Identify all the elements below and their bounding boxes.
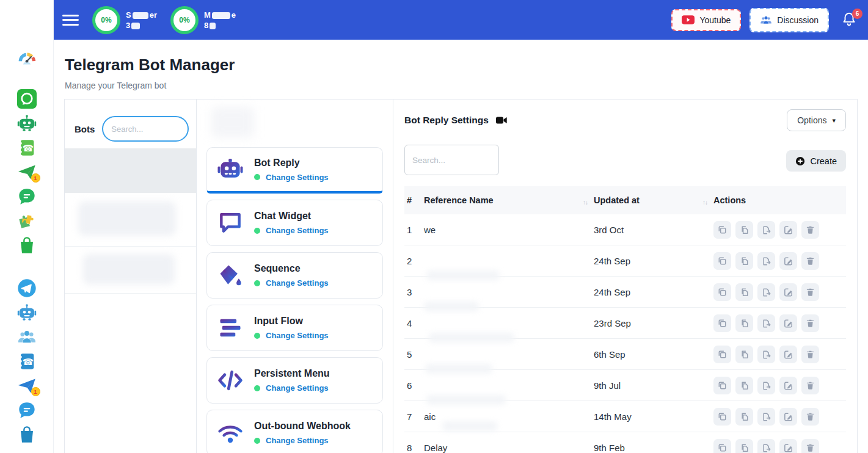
copy-button[interactable]: [713, 221, 731, 239]
edit-button[interactable]: [779, 283, 797, 301]
edit-button[interactable]: [779, 377, 797, 394]
redacted-blob: [425, 364, 492, 374]
green-shop-bag-icon[interactable]: [16, 236, 37, 255]
reference-name-cell: we: [424, 225, 594, 235]
green-bot-icon[interactable]: [16, 114, 37, 133]
export-button[interactable]: [757, 252, 775, 270]
copy-button[interactable]: [713, 283, 731, 301]
menu-card-outbound-webhook[interactable]: Out-bound Webhook Change Settings: [206, 410, 383, 453]
youtube-label: Youtube: [699, 15, 731, 25]
sort-icon[interactable]: ↑↓: [583, 199, 588, 206]
edit-button[interactable]: [779, 439, 797, 453]
menu-card-sequence[interactable]: Sequence Change Settings: [206, 252, 383, 299]
telegram-icon[interactable]: [16, 278, 37, 298]
notifications-bell-icon[interactable]: 6: [841, 11, 857, 29]
export-button[interactable]: [757, 314, 775, 332]
discussion-button[interactable]: Discussion: [749, 8, 829, 32]
menu-card-input-flow[interactable]: Input Flow Change Settings: [206, 305, 383, 351]
table-search-input[interactable]: [404, 145, 499, 175]
updated-at-cell: 24th Sep: [594, 287, 713, 297]
video-tutorial-icon[interactable]: [495, 114, 508, 126]
export-button[interactable]: [757, 439, 775, 453]
delete-button[interactable]: [801, 314, 819, 332]
discussion-label: Discussion: [777, 15, 819, 25]
green-broadcast-plane-icon[interactable]: 1: [16, 162, 37, 182]
delete-button[interactable]: [801, 346, 819, 363]
duplicate-button[interactable]: [735, 221, 753, 239]
delete-button[interactable]: [801, 283, 819, 301]
export-button[interactable]: [757, 377, 775, 394]
delete-button[interactable]: [801, 221, 819, 239]
bot-list-item[interactable]: [65, 193, 196, 247]
export-button[interactable]: [757, 221, 775, 239]
edit-button[interactable]: [779, 252, 797, 270]
change-settings-link[interactable]: Change Settings: [266, 173, 329, 182]
message-stat-value: 8: [204, 20, 236, 31]
bot-list-item-selected[interactable]: [65, 148, 196, 193]
edit-button[interactable]: [779, 314, 797, 332]
blue-broadcast-plane-icon[interactable]: 1: [16, 376, 37, 396]
duplicate-button[interactable]: [735, 346, 753, 363]
export-button[interactable]: [757, 408, 775, 426]
bots-search-input[interactable]: [102, 116, 189, 142]
blue-shop-bag-icon[interactable]: [16, 425, 37, 444]
edit-button[interactable]: [779, 346, 797, 363]
table-row: 8 Delay 9th Feb: [404, 432, 846, 453]
sort-icon[interactable]: ↑↓: [702, 199, 707, 206]
delete-button[interactable]: [801, 439, 819, 453]
edit-button[interactable]: [779, 221, 797, 239]
copy-button[interactable]: [713, 346, 731, 363]
delete-button[interactable]: [801, 377, 819, 394]
blue-contact-book-icon[interactable]: [16, 352, 37, 371]
hamburger-menu-icon[interactable]: [62, 12, 79, 28]
menu-card-persistent-menu[interactable]: Persistent Menu Change Settings: [206, 357, 383, 404]
copy-button[interactable]: [713, 408, 731, 426]
options-button[interactable]: Options ▾: [787, 109, 846, 131]
duplicate-button[interactable]: [735, 439, 753, 453]
duplicate-button[interactable]: [735, 314, 753, 332]
menu-card-bot-reply[interactable]: Bot Reply Change Settings: [206, 147, 383, 194]
status-dot: [254, 333, 260, 339]
dashboard-gauge-icon[interactable]: [16, 48, 37, 67]
copy-button[interactable]: [713, 314, 731, 332]
change-settings-link[interactable]: Change Settings: [266, 436, 329, 445]
export-button[interactable]: [757, 283, 775, 301]
menu-card-chat-widget[interactable]: Chat Widget Change Settings: [206, 200, 383, 246]
duplicate-button[interactable]: [735, 252, 753, 270]
green-contact-book-icon[interactable]: [16, 138, 37, 158]
duplicate-button[interactable]: [735, 283, 753, 301]
bot-list-item[interactable]: [65, 247, 196, 294]
updated-at-cell: 9th Feb: [594, 443, 713, 453]
copy-button[interactable]: [713, 377, 731, 394]
export-button[interactable]: [757, 346, 775, 363]
edit-button[interactable]: [779, 408, 797, 426]
copy-button[interactable]: [713, 439, 731, 453]
redacted-blob: [429, 333, 514, 342]
blue-bot-icon[interactable]: [16, 303, 37, 322]
col-header-number: #: [404, 195, 424, 205]
change-settings-link[interactable]: Change Settings: [266, 331, 329, 340]
youtube-button[interactable]: Youtube: [671, 9, 741, 31]
delete-button[interactable]: [801, 252, 819, 270]
blue-chat-bubble-icon[interactable]: [16, 400, 37, 420]
duplicate-button[interactable]: [735, 377, 753, 394]
updated-at-cell: 9th Jul: [594, 380, 713, 391]
create-button[interactable]: Create: [786, 150, 846, 172]
message-usage-stat[interactable]: 0% Me 8: [170, 6, 236, 34]
card-title: Chat Widget: [254, 211, 329, 222]
green-chat-bubble-icon[interactable]: [16, 187, 37, 206]
updated-at-cell: 14th May: [594, 411, 713, 422]
col-header-reference-name[interactable]: Reference Name ↑↓: [424, 195, 594, 205]
copy-button[interactable]: [713, 252, 731, 270]
status-dot: [254, 280, 260, 286]
subscriber-usage-stat[interactable]: 0% Ser 3: [92, 6, 157, 34]
change-settings-link[interactable]: Change Settings: [266, 278, 329, 288]
change-settings-link[interactable]: Change Settings: [266, 226, 329, 235]
whatsapp-icon[interactable]: [16, 89, 37, 109]
change-settings-link[interactable]: Change Settings: [266, 383, 329, 393]
duplicate-button[interactable]: [735, 408, 753, 426]
integrations-puzzle-icon[interactable]: [16, 211, 37, 231]
delete-button[interactable]: [801, 408, 819, 426]
col-header-updated-at[interactable]: Updated at ↑↓: [594, 195, 713, 205]
blue-subscribers-icon[interactable]: [16, 327, 37, 347]
